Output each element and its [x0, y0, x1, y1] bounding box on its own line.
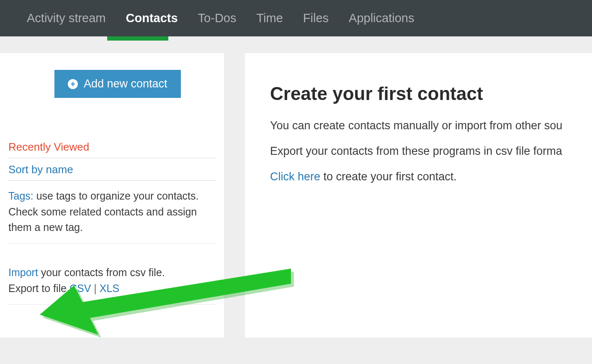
sidebar-panel: + Add new contact Recently Viewed Sort b…	[0, 53, 224, 338]
add-button-label: Add new contact	[84, 77, 167, 90]
create-first-contact-suffix: to create your first contact.	[320, 170, 457, 183]
tags-link[interactable]: Tags:	[8, 190, 33, 202]
top-navigation: Activity stream Contacts To-Dos Time Fil…	[0, 0, 592, 36]
main-paragraph-1: You can create contacts manually or impo…	[270, 119, 592, 132]
import-text: your contacts from csv file.	[38, 267, 165, 278]
main-panel: Create your first contact You can create…	[245, 53, 592, 338]
export-prefix: Export to file	[8, 282, 69, 294]
main-title: Create your first contact	[270, 83, 592, 104]
nav-applications[interactable]: Applications	[339, 0, 424, 36]
import-export-block: Import your contacts from csv file. Expo…	[8, 244, 216, 305]
sort-by-name-link[interactable]: Sort by name	[8, 158, 216, 181]
recently-viewed-link[interactable]: Recently Viewed	[8, 136, 216, 158]
tags-info-block: Tags: use tags to organize your contacts…	[8, 181, 216, 244]
nav-files[interactable]: Files	[293, 0, 339, 36]
main-paragraph-2: Export your contacts from these programs…	[270, 145, 592, 158]
export-xls-link[interactable]: XLS	[100, 282, 119, 294]
import-link[interactable]: Import	[8, 267, 38, 278]
nav-activity-stream[interactable]: Activity stream	[17, 0, 116, 36]
click-here-link[interactable]: Click here	[270, 170, 320, 183]
nav-time[interactable]: Time	[246, 0, 293, 36]
add-new-contact-button[interactable]: + Add new contact	[54, 70, 181, 98]
plus-icon: +	[68, 79, 78, 89]
tags-description: use tags to organize your contacts. Chec…	[8, 190, 198, 233]
main-paragraph-3: Click here to create your first contact.	[270, 170, 592, 183]
export-separator: |	[91, 282, 99, 294]
nav-contacts[interactable]: Contacts	[116, 0, 188, 36]
content-area: + Add new contact Recently Viewed Sort b…	[0, 36, 592, 364]
sidebar-links: Recently Viewed Sort by name Tags: use t…	[8, 136, 216, 305]
export-csv-link[interactable]: CSV	[69, 282, 91, 294]
nav-todos[interactable]: To-Dos	[188, 0, 247, 36]
